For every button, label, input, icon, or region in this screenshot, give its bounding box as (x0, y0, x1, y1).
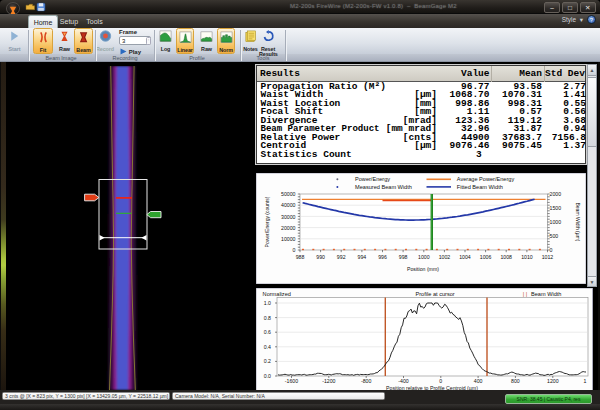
svg-text:0.0: 0.0 (264, 373, 271, 379)
svg-text:Profile at cursor: Profile at cursor (416, 291, 455, 297)
svg-text:Power/Energy (counts): Power/Energy (counts) (264, 196, 270, 247)
svg-text:500: 500 (550, 233, 559, 239)
svg-text:1000: 1000 (550, 219, 562, 225)
svg-text:30000: 30000 (281, 214, 296, 220)
svg-text:-1600: -1600 (285, 378, 298, 384)
svg-text:Measured Beam Width: Measured Beam Width (355, 184, 412, 190)
svg-text:0: 0 (439, 378, 442, 384)
svg-text:Fitted Beam Width: Fitted Beam Width (457, 184, 503, 190)
svg-text:0: 0 (293, 247, 296, 253)
svg-text:-1200: -1200 (322, 378, 335, 384)
svg-text:Position (mm): Position (mm) (407, 266, 439, 272)
svg-text:1000: 1000 (418, 254, 430, 260)
svg-text:1010: 1010 (521, 254, 533, 260)
svg-text:996: 996 (378, 254, 387, 260)
svg-text:990: 990 (316, 254, 325, 260)
svg-text:1500: 1500 (550, 205, 562, 211)
svg-text:1002: 1002 (439, 254, 451, 260)
svg-text:988: 988 (296, 254, 305, 260)
svg-text:0.2: 0.2 (264, 358, 271, 364)
svg-text:20000: 20000 (281, 225, 296, 231)
svg-text:| |: | | (523, 291, 527, 297)
svg-text:Beam Width (µm): Beam Width (µm) (575, 203, 581, 242)
svg-text:0.6: 0.6 (264, 329, 271, 335)
svg-text:1.0: 1.0 (264, 300, 271, 306)
svg-text:Average Power/Energy: Average Power/Energy (457, 176, 515, 182)
svg-text:1200: 1200 (547, 378, 559, 384)
svg-text:-400: -400 (398, 378, 408, 384)
svg-text:0: 0 (550, 247, 553, 253)
svg-text:0.8: 0.8 (264, 315, 271, 321)
svg-text:994: 994 (358, 254, 367, 260)
svg-text:400: 400 (474, 378, 483, 384)
svg-text:50000: 50000 (281, 191, 296, 197)
svg-text:1008: 1008 (500, 254, 512, 260)
svg-text:1006: 1006 (480, 254, 492, 260)
svg-text:1012: 1012 (542, 254, 554, 260)
svg-text:40000: 40000 (281, 202, 296, 208)
svg-text:Power/Energy: Power/Energy (355, 176, 390, 182)
svg-text:-800: -800 (361, 378, 371, 384)
svg-text:2000: 2000 (550, 191, 562, 197)
svg-text:998: 998 (399, 254, 408, 260)
svg-text:1004: 1004 (459, 254, 471, 260)
svg-text:10000: 10000 (281, 236, 296, 242)
svg-text:0.4: 0.4 (264, 344, 271, 350)
svg-text:Beam Width: Beam Width (531, 291, 561, 297)
svg-text:800: 800 (511, 378, 520, 384)
svg-text:992: 992 (337, 254, 346, 260)
svg-text:Normalized: Normalized (263, 291, 291, 297)
svg-text:1: 1 (584, 378, 587, 384)
